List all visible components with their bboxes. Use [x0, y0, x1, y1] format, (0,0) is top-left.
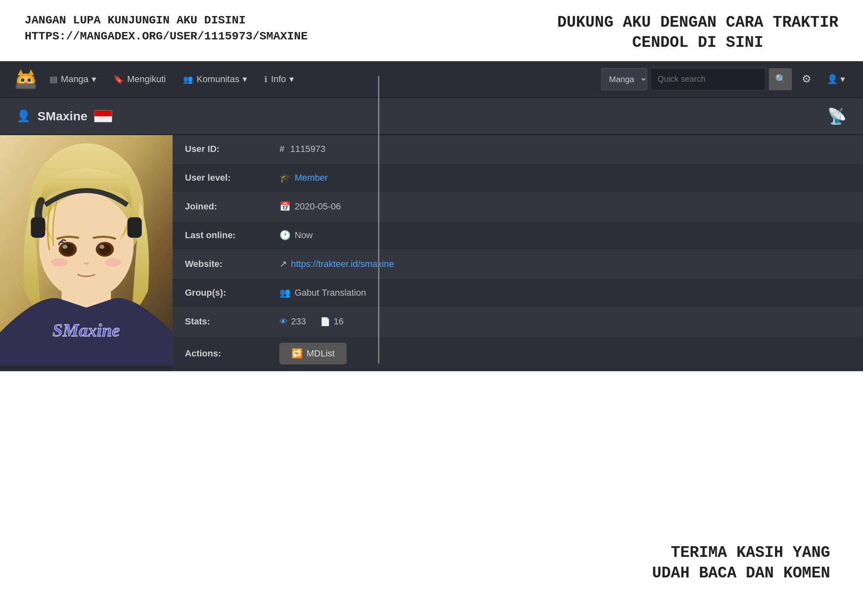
annotation-left-line1: JANGAN LUPA KUNJUNGIN AKU DISINI — [25, 12, 308, 28]
nav-mengikuti[interactable]: 🔖 Mengikuti — [107, 70, 172, 89]
external-link-icon: ↗ — [279, 259, 287, 269]
joined-row: Joined: 📅 2020-05-06 — [173, 193, 863, 221]
member-link[interactable]: Member — [295, 172, 328, 183]
profile-username: SMaxine — [37, 109, 88, 123]
actions-label: Actions: — [173, 342, 271, 365]
annotation-left-line2: HTTPS://MANGADEX.ORG/USER/1115973/SMAXIN… — [25, 28, 308, 44]
user-menu[interactable]: 👤 ▾ — [821, 70, 851, 89]
user-level-row: User level: 🎓 Member — [173, 164, 863, 193]
groups-row: Group(s): 👥 Gabut Translation — [173, 279, 863, 308]
bottom-line2: UDAH BACA DAN KOMEN — [652, 563, 830, 583]
bookmark-icon: 🔖 — [113, 74, 124, 84]
profile-section: 👤 SMaxine 📡 — [0, 98, 863, 371]
eye-icon: 👁 — [279, 317, 288, 326]
hash-icon: # — [279, 144, 284, 154]
nav-manga[interactable]: ▤ Manga ▾ — [43, 70, 103, 89]
info-dropdown-icon: ▾ — [289, 74, 294, 85]
svg-rect-9 — [27, 84, 35, 88]
annotation-right-line2: CENDOL DI SINI — [557, 32, 838, 53]
actions-row: Actions: 🔁 MDList — [173, 336, 863, 371]
country-flag — [94, 110, 112, 122]
search-button[interactable]: 🔍 — [769, 68, 792, 90]
profile-content: SMaxine User ID: # 1115973 User level: 🎓… — [0, 135, 863, 371]
svg-rect-14 — [31, 217, 45, 238]
last-online-value: 🕐 Now — [271, 223, 321, 247]
profile-username-area: 👤 SMaxine — [16, 109, 112, 123]
svg-rect-15 — [127, 217, 142, 238]
svg-point-23 — [99, 245, 104, 249]
calendar-icon: 📅 — [279, 201, 291, 212]
mdlist-icon: 🔁 — [291, 348, 302, 359]
navbar: ▤ Manga ▾ 🔖 Mengikuti 👥 Komunitas ▾ ℹ In… — [0, 61, 863, 98]
search-icon: 🔍 — [775, 74, 786, 85]
actions-value: 🔁 MDList — [271, 336, 355, 371]
website-value: ↗ https://trakteer.id/smaxine — [271, 252, 402, 276]
stats-views-item: 👁 233 — [279, 316, 306, 327]
svg-marker-1 — [18, 69, 23, 75]
nav-komunitas-label: Komunitas — [196, 74, 239, 85]
profile-header: 👤 SMaxine 📡 — [0, 98, 863, 135]
avatar-container: SMaxine — [0, 135, 173, 371]
joined-value: 📅 2020-05-06 — [271, 195, 349, 218]
svg-point-4 — [21, 78, 24, 82]
user-id-value: # 1115973 — [271, 137, 334, 161]
svg-point-25 — [105, 258, 121, 267]
svg-point-19 — [62, 245, 67, 249]
svg-point-24 — [51, 258, 68, 267]
annotation-right: DUKUNG AKU DENGAN CARA TRAKTIR CENDOL DI… — [557, 12, 838, 53]
nav-info-label: Info — [271, 74, 286, 85]
stats-value: 👁 233 📄 16 — [271, 310, 362, 333]
nav-mengikuti-label: Mengikuti — [127, 74, 166, 85]
site-logo[interactable] — [12, 66, 39, 92]
stats-row: Stats: 👁 233 📄 16 — [173, 308, 863, 336]
gear-icon: ⚙ — [802, 73, 811, 85]
user-id-number: 1115973 — [290, 144, 325, 154]
svg-marker-2 — [28, 69, 34, 75]
search-group: Manga 🔍 — [601, 68, 792, 90]
annotation-left: JANGAN LUPA KUNJUNGIN AKU DISINI HTTPS:/… — [25, 12, 308, 44]
user-dropdown-icon: ▾ — [840, 74, 845, 85]
user-id-label: User ID: — [173, 137, 271, 161]
stats-docs-item: 📄 16 — [320, 316, 344, 327]
groups-icon: 👥 — [279, 287, 291, 298]
last-online-time: Now — [295, 230, 313, 241]
search-input[interactable] — [651, 68, 766, 90]
last-online-row: Last online: 🕐 Now — [173, 221, 863, 250]
clock-icon: 🕐 — [279, 230, 291, 241]
last-online-label: Last online: — [173, 223, 271, 247]
stats-label: Stats: — [173, 310, 271, 333]
annotation-right-line1: DUKUNG AKU DENGAN CARA TRAKTIR — [557, 12, 838, 32]
manga-dropdown-icon: ▾ — [92, 74, 96, 85]
nav-komunitas[interactable]: 👥 Komunitas ▾ — [176, 70, 254, 89]
vertical-divider-line — [378, 76, 379, 363]
groups-value: 👥 Gabut Translation — [271, 281, 374, 305]
info-icon: ℹ — [264, 74, 268, 84]
stats-views-count: 233 — [291, 316, 306, 327]
groups-label: Group(s): — [173, 281, 271, 305]
svg-rect-8 — [17, 84, 25, 88]
mdlist-button[interactable]: 🔁 MDList — [279, 343, 346, 364]
website-label: Website: — [173, 252, 271, 276]
rss-icon[interactable]: 📡 — [827, 107, 847, 125]
manga-icon: ▤ — [50, 74, 58, 84]
website-row: Website: ↗ https://trakteer.id/smaxine — [173, 250, 863, 279]
community-icon: 👥 — [183, 74, 193, 84]
user-level-value: 🎓 Member — [271, 166, 336, 190]
joined-label: Joined: — [173, 195, 271, 218]
nav-info[interactable]: ℹ Info ▾ — [258, 70, 300, 89]
stats-docs-count: 16 — [334, 316, 344, 327]
joined-date: 2020-05-06 — [295, 201, 341, 212]
user-icon: 👤 — [827, 74, 838, 85]
avatar-image: SMaxine — [0, 135, 173, 365]
search-type-select[interactable]: Manga — [601, 68, 647, 90]
graduation-icon: 🎓 — [279, 172, 291, 183]
komunitas-dropdown-icon: ▾ — [242, 74, 247, 85]
groups-name: Gabut Translation — [295, 287, 366, 298]
svg-text:SMaxine: SMaxine — [53, 320, 120, 340]
nav-manga-label: Manga — [61, 74, 88, 85]
bottom-line1: TERIMA KASIH YANG — [652, 542, 830, 563]
doc-icon: 📄 — [320, 317, 330, 326]
mdlist-label: MDList — [307, 348, 335, 359]
settings-button[interactable]: ⚙ — [796, 69, 817, 90]
svg-point-5 — [28, 78, 31, 82]
